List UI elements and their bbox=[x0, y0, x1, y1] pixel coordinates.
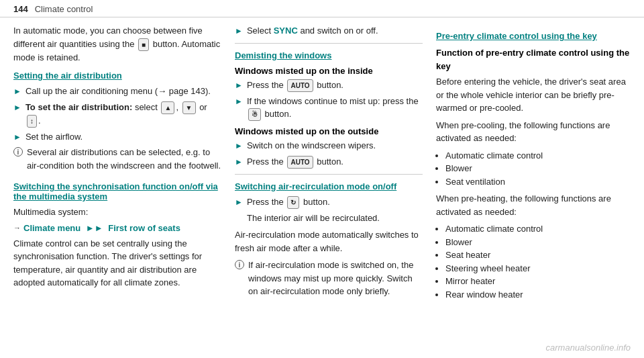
page-container: 144 Climate control In automatic mode, y… bbox=[0, 0, 644, 358]
info-icon-1: i bbox=[13, 147, 23, 156]
arrow-icon-select: ► bbox=[235, 25, 243, 37]
info-recirc: i If air-recirculation mode is switched … bbox=[235, 259, 423, 298]
arrow-icon-3: ► bbox=[13, 131, 21, 143]
demisting-heading: Demisting the windows bbox=[235, 50, 423, 60]
arrow-icon-m5: ► bbox=[235, 196, 243, 208]
preheating-item-3: Seat heater bbox=[445, 249, 631, 262]
bullet-item-3: ► Set the airflow. bbox=[13, 130, 221, 144]
press-auto-bullet: ► Press the AUTO button. bbox=[235, 79, 423, 92]
if-windows-bullet: ► If the windows continue to mist up: pr… bbox=[235, 95, 423, 122]
section1-heading: Setting the air distribution bbox=[13, 71, 221, 81]
arrow-icon-2: ► bbox=[13, 101, 21, 114]
header-title: Climate control bbox=[35, 4, 93, 14]
preheating-item-6: Rear window heater bbox=[445, 288, 631, 302]
switch-wipers-bullet: ► Switch on the windscreen wipers. bbox=[235, 139, 423, 152]
precooling-list: Automatic climate control Blower Seat ve… bbox=[445, 149, 631, 189]
multimedia-label: Multimedia system: bbox=[13, 206, 221, 219]
air-down-button: ▼ bbox=[182, 101, 196, 114]
arrow-icon-1: ► bbox=[13, 85, 21, 97]
air-both-button: ↕ bbox=[27, 115, 37, 128]
pre-entry-heading: Pre-entry climate control using the key bbox=[436, 31, 631, 41]
preheating-item-4: Steering wheel heater bbox=[445, 262, 631, 275]
watermark: carmanualsonline.info bbox=[546, 343, 631, 353]
precooling-item-1: Automatic climate control bbox=[445, 149, 631, 163]
precooling-item-2: Blower bbox=[445, 162, 631, 175]
nav-path: → Climate menu ►► First row of seats bbox=[13, 223, 221, 233]
press-recirc-bullet: ► Press the ↻ button. bbox=[235, 195, 423, 209]
arrow-icon-m3: ► bbox=[235, 140, 243, 152]
header-bar: 144 Climate control bbox=[0, 0, 644, 17]
arrow-icon-m2: ► bbox=[235, 95, 243, 107]
nav-item-first-row: First row of seats bbox=[108, 223, 180, 233]
precooling-item-3: Seat ventilation bbox=[445, 175, 631, 189]
air-button: ■ bbox=[138, 38, 149, 51]
right-column: Pre-entry climate control using the key … bbox=[436, 24, 631, 305]
section2-heading: Switching the synchronisation function o… bbox=[13, 181, 221, 202]
preheating-item-2: Blower bbox=[445, 236, 631, 249]
preheating-item-1: Automatic climate control bbox=[445, 222, 631, 236]
before-text: Before entering the vehicle, the driver'… bbox=[436, 75, 631, 115]
windows-outside-heading: Windows misted up on the outside bbox=[235, 126, 423, 136]
recirc-heading: Switching air-recirculation mode on/off bbox=[235, 181, 423, 191]
info-item-1: i Several air distributions can be selec… bbox=[13, 146, 221, 172]
preheating-item-5: Mirror heater bbox=[445, 275, 631, 288]
select-sync-bullet: ► Select SYNC and switch on or off. bbox=[235, 24, 423, 38]
content-area: In automatic mode, you can choose betwee… bbox=[0, 24, 644, 305]
preheating-list: Automatic climate control Blower Seat he… bbox=[445, 222, 631, 301]
divider-1 bbox=[235, 43, 423, 44]
recirc-desc: The interior air will be recirculated. bbox=[247, 212, 423, 225]
nav-arrow: ►► bbox=[83, 223, 105, 233]
defrost-button: ☃ bbox=[248, 108, 261, 121]
precooling-text: When pre-cooling, the following function… bbox=[436, 119, 631, 145]
preheating-text: When pre-heating, the following function… bbox=[436, 192, 631, 218]
info-icon-recirc: i bbox=[235, 260, 244, 269]
arrow-icon-m1: ► bbox=[235, 79, 243, 91]
recirc-button: ↻ bbox=[287, 196, 299, 209]
divider-2 bbox=[235, 174, 423, 175]
bullet-item-2: ► To set the air distribution: select ▲,… bbox=[13, 101, 221, 128]
sync-description: Climate control can be set centrally usi… bbox=[13, 237, 221, 289]
nav-item-climate-menu: Climate menu bbox=[23, 223, 80, 233]
middle-column: ► Select SYNC and switch on or off. Demi… bbox=[235, 24, 423, 305]
auto-button-2: AUTO bbox=[287, 156, 313, 169]
press-auto-2-bullet: ► Press the AUTO button. bbox=[235, 155, 423, 169]
page-number: 144 bbox=[13, 4, 28, 14]
bullet-item-1: ► Call up the air conditioning menu (→ p… bbox=[13, 85, 221, 98]
left-column: In automatic mode, you can choose betwee… bbox=[13, 24, 221, 305]
recirc-auto-text: Air-recirculation mode automatically swi… bbox=[235, 228, 423, 255]
auto-button-1: AUTO bbox=[287, 79, 313, 92]
sync-label: SYNC bbox=[274, 26, 298, 36]
air-up-button: ▲ bbox=[161, 101, 174, 114]
windows-inside-heading: Windows misted up on the inside bbox=[235, 66, 423, 76]
nav-start: → bbox=[13, 224, 21, 232]
arrow-icon-m4: ► bbox=[235, 156, 243, 168]
intro-paragraph: In automatic mode, you can choose betwee… bbox=[13, 24, 221, 64]
function-heading: Function of pre-entry climate control us… bbox=[436, 46, 631, 73]
